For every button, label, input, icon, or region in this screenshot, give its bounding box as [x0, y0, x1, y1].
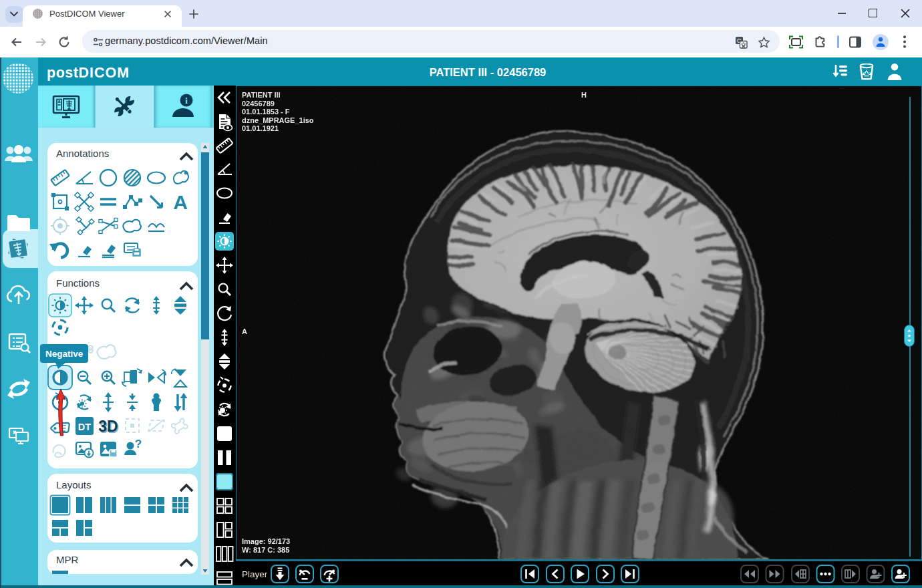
svg-text:DT: DT	[78, 422, 91, 432]
svg-text:?: ?	[135, 438, 142, 450]
svg-text:Functions: Functions	[56, 277, 100, 289]
svg-text:A: A	[173, 191, 188, 213]
svg-text:Layouts: Layouts	[56, 479, 92, 490]
svg-text:Annotations: Annotations	[56, 148, 109, 159]
svg-text:i: i	[185, 96, 188, 106]
svg-text:3D: 3D	[98, 418, 118, 435]
svg-text:Negative: Negative	[45, 349, 84, 359]
svg-text:MPR: MPR	[56, 554, 79, 565]
